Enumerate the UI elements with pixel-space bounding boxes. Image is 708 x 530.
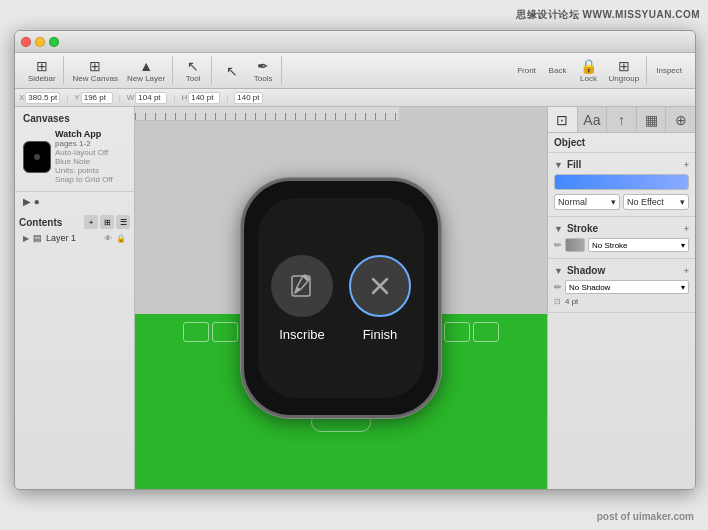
finish-label: Finish [349,327,411,342]
watch-labels: Inscribe Finish [271,327,411,342]
play-area: ▶ ● [15,192,134,211]
contents-grid-btn[interactable]: ⊞ [100,215,114,229]
watermark-bottom-text: uimaker.com [633,511,694,522]
tools-group: ↖ ✒ Tools [214,56,282,85]
tool-label: Tool [186,74,201,83]
h-value[interactable]: 140 pt [188,92,220,104]
watermark-top: 思缘设计论坛 WWW.MISSYUAN.COM [516,8,700,22]
shadow-pt-value: 4 pt [565,297,578,306]
ungroup-icon: ⊞ [618,58,630,74]
effect-chevron-icon: ▾ [680,197,685,207]
tool-group: ↖ Tool [175,56,212,85]
finish-button[interactable] [349,255,411,317]
no-shadow-label: No Shadow [569,283,610,292]
stroke-chevron-icon: ▾ [681,241,685,250]
stroke-arrow-icon: ▼ [554,224,563,234]
layer-item[interactable]: ▶ ▤ Layer 1 👁 🔒 [19,231,130,245]
new-layer-label: New Layer [127,74,165,83]
shadow-add-icon[interactable]: + [684,266,689,276]
tab-inspect[interactable]: ⊕ [666,107,695,132]
layer-folder-icon: ▤ [33,233,42,243]
ungroup-button[interactable]: ⊞ Ungroup [605,56,644,85]
shadow-row: ✏ No Shadow ▾ [554,280,689,294]
new-layer-button[interactable]: ▲ New Layer [123,56,169,85]
canvas-area[interactable]: Inscribe Finish [135,107,547,489]
tools-button[interactable]: ✒ Tools [248,56,278,85]
fill-add-icon[interactable]: + [684,160,689,170]
contents-header: Contents + ⊞ ☰ [19,215,130,229]
x-label: X [19,93,24,102]
band-cell [183,322,209,342]
inscribe-label: Inscribe [271,327,333,342]
sidebar-label: Sidebar [28,74,56,83]
tool-button[interactable]: ↖ Tool [178,56,208,85]
y-value[interactable]: 196 pt [81,92,113,104]
front-button[interactable]: Front [512,64,542,77]
watch-body-container: Inscribe Finish [241,178,441,418]
layer-lock-icon[interactable]: 🔒 [116,234,126,243]
arrange-group: Front Back 🔒 Lock ⊞ Ungroup [509,56,648,85]
fill-color-swatch[interactable] [554,174,689,190]
main-toolbar: ⊞ Sidebar ⊞ New Canvas ▲ New Layer ↖ Too… [15,53,695,89]
inspector-panel: ⊡ Aa ↑ ▦ ⊕ Object ▼ Fill + Normal ▾ [547,107,695,489]
shadow-section: ▼ Shadow + ✏ No Shadow ▾ ⊡ 4 pt [548,259,695,313]
play-icon[interactable]: ▶ ● [23,196,40,207]
tools-icon: ✒ [257,58,269,74]
inspect-button[interactable]: Inspect [652,64,686,77]
w-field: W 104 pt [127,92,168,104]
sidebar-group: ⊞ Sidebar [21,56,64,85]
canvas-name: Watch App [55,129,126,139]
no-stroke-select[interactable]: No Stroke ▾ [588,238,689,252]
stroke-add-icon[interactable]: + [684,224,689,234]
w-value[interactable]: 104 pt [135,92,167,104]
tools-label: Tools [254,74,273,83]
tab-type[interactable]: Aa [578,107,608,132]
h-field: H 140 pt [181,92,220,104]
traffic-lights [21,37,59,47]
watermark-top-text: 思缘设计论坛 WWW.MISSYUAN.COM [516,9,700,20]
stroke-row: ✏ No Stroke ▾ [554,238,689,252]
title-bar [15,31,695,53]
app-window: ⊞ Sidebar ⊞ New Canvas ▲ New Layer ↖ Too… [14,30,696,490]
layer-arrow-icon: ▶ [23,234,29,243]
canvas-item[interactable]: Watch App pages 1-2 Auto-layout Off Blue… [19,126,130,187]
lock-label: Lock [580,74,597,83]
band-cell [473,322,499,342]
x-value[interactable]: 380.5 pt [25,92,60,104]
layer-label: Layer 1 [46,233,76,243]
minimize-button[interactable] [35,37,45,47]
stroke-swatch[interactable] [565,238,585,252]
lock-button[interactable]: 🔒 Lock [574,56,604,85]
canvas-info: Watch App pages 1-2 Auto-layout Off Blue… [55,129,126,184]
effect-select[interactable]: No Effect ▾ [623,194,689,210]
fill-section: ▼ Fill + Normal ▾ No Effect ▾ [548,153,695,217]
inscribe-button[interactable] [271,255,333,317]
select-tool-button[interactable]: ↖ [217,61,247,81]
canvas-units: Units: points [55,166,126,175]
tab-object[interactable]: ⊡ [548,107,578,132]
blend-mode-select[interactable]: Normal ▾ [554,194,620,210]
shadow-title: ▼ Shadow + [554,265,689,276]
layer-eye-icon[interactable]: 👁 [104,234,112,243]
back-button[interactable]: Back [543,64,573,77]
close-button[interactable] [21,37,31,47]
canvas-thumbnail [23,141,51,173]
new-canvas-button[interactable]: ⊞ New Canvas [69,56,122,85]
fill-title: ▼ Fill + [554,159,689,170]
x-field: X 380.5 pt [19,92,60,104]
sidebar-left: Canvases Watch App pages 1-2 Auto-layout… [15,107,135,489]
no-stroke-label: No Stroke [592,241,628,250]
maximize-button[interactable] [49,37,59,47]
y-field: Y 196 pt [74,92,112,104]
contents-list-btn[interactable]: ☰ [116,215,130,229]
rotate-value[interactable]: 140 pt [234,92,262,104]
contents-add-btn[interactable]: + [84,215,98,229]
stroke-label: Stroke [567,223,598,234]
inscribe-icon [287,271,317,301]
tab-more[interactable]: ▦ [637,107,667,132]
sidebar-button[interactable]: ⊞ Sidebar [24,56,60,85]
band-cell [444,322,470,342]
shadow-arrow-icon: ▼ [554,266,563,276]
no-shadow-select[interactable]: No Shadow ▾ [565,280,689,294]
tab-export[interactable]: ↑ [607,107,637,132]
